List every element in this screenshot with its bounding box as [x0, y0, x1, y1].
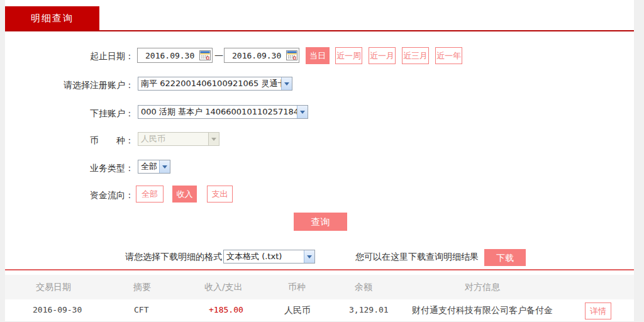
download-format-select[interactable]: 文本格式 (.txt) [223, 250, 315, 264]
date-range-label: 起止日期： [5, 50, 134, 62]
business-type-select[interactable]: 全部 [138, 160, 170, 174]
cell-counterparty: 财付通支付科技有限公司客户备付金 [412, 299, 553, 321]
cell-balance: 3,129.01 [349, 299, 389, 321]
download-button[interactable]: 下载 [484, 249, 526, 266]
end-date-input[interactable]: 2016.09.30 [224, 48, 299, 63]
chevron-down-icon [208, 133, 219, 145]
tab-detail-query[interactable]: 明细查询 [5, 6, 99, 30]
column-header-currency: 币种 [288, 275, 306, 299]
chevron-down-icon [281, 77, 292, 90]
register-account-label: 请选择注册账户： [5, 79, 134, 91]
fund-flow-all-button[interactable]: 全部 [136, 186, 164, 203]
sub-account-select[interactable]: 000 活期 基本户 1406600101102571848 [138, 105, 308, 119]
register-account-select[interactable]: 南平 6222001406100921065 灵通卡 [138, 77, 292, 91]
cell-date: 2016-09-30 [33, 299, 82, 321]
quick-filter-today-button[interactable]: 当日 [306, 47, 330, 64]
column-header-amount: 收入/支出 [204, 275, 243, 299]
quick-filter-week-button[interactable]: 近一周 [335, 47, 362, 64]
fund-flow-expense-button[interactable]: 支出 [207, 186, 233, 203]
calendar-icon[interactable] [199, 50, 211, 60]
table-row: 2016-09-30 CFT +185.00 人民币 3,129.01 财付通支… [5, 299, 634, 322]
chevron-down-icon [297, 106, 308, 118]
content-panel: 明细查询 起止日期： 2016.09.30 — 2016.09.30 [5, 0, 634, 322]
currency-value: 人民币 [138, 133, 208, 145]
fund-flow-income-button[interactable]: 收入 [172, 186, 197, 203]
column-header-counterparty: 对方信息 [465, 275, 500, 299]
quick-filter-month-button[interactable]: 近一月 [369, 47, 396, 64]
chevron-down-icon [304, 250, 314, 263]
currency-label: 币 种： [5, 135, 134, 146]
tab-underline [5, 30, 634, 31]
cell-currency: 人民币 [284, 299, 311, 321]
calendar-icon[interactable] [286, 50, 297, 60]
query-button[interactable]: 查询 [294, 213, 347, 231]
download-format-label: 请您选择下载明细的格式 [99, 252, 222, 263]
sub-account-label: 下挂账户： [5, 108, 134, 119]
date-range-separator: — [214, 50, 223, 60]
column-header-date: 交易日期 [36, 275, 71, 299]
business-type-value: 全部 [138, 161, 159, 172]
table-header-row: 交易日期 摘要 收入/支出 币种 余额 对方信息 [5, 275, 634, 299]
quick-filter-3months-button[interactable]: 近三月 [402, 47, 429, 64]
chevron-down-icon [159, 160, 170, 173]
sub-account-value: 000 活期 基本户 1406600101102571848 [138, 106, 297, 118]
cell-amount: +185.00 [209, 299, 243, 321]
start-date-value[interactable]: 2016.09.30 [138, 51, 199, 60]
business-type-label: 业务类型： [5, 162, 134, 174]
column-header-balance: 余额 [355, 275, 372, 299]
detail-button[interactable]: 详情 [585, 303, 611, 319]
cell-summary: CFT [134, 299, 148, 321]
table-top-divider [5, 269, 634, 270]
quick-filter-year-button[interactable]: 近一年 [435, 47, 462, 64]
column-header-summary: 摘要 [133, 275, 151, 299]
download-format-value: 文本格式 (.txt) [224, 251, 304, 262]
start-date-input[interactable]: 2016.09.30 [137, 48, 213, 63]
currency-select: 人民币 [138, 132, 219, 146]
end-date-value[interactable]: 2016.09.30 [225, 51, 286, 60]
register-account-value: 南平 6222001406100921065 灵通卡 [138, 78, 281, 89]
download-hint-text: 您可以在这里下载查询明细结果 [355, 252, 479, 263]
fund-flow-label: 资金流向： [5, 189, 134, 201]
